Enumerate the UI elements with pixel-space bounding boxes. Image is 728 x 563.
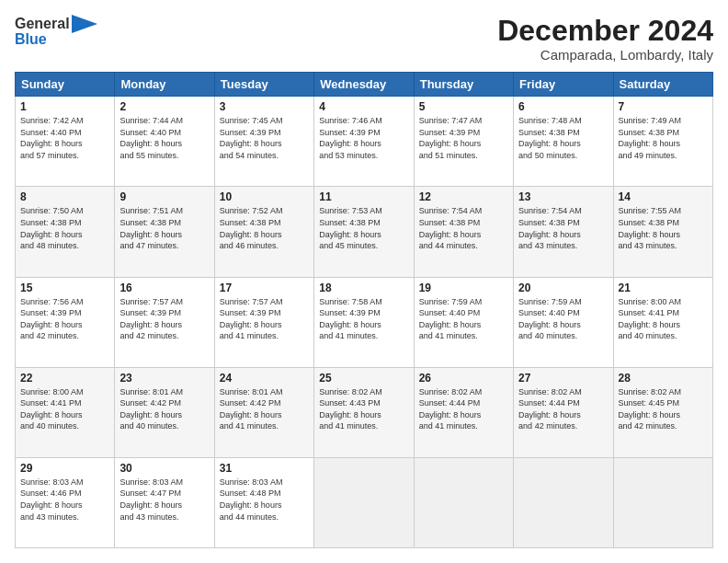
table-row: 31Sunrise: 8:03 AMSunset: 4:48 PMDayligh… [214,457,313,547]
table-row [314,457,414,547]
table-row: 6Sunrise: 7:48 AMSunset: 4:38 PMDaylight… [514,97,613,187]
col-monday: Monday [115,73,214,97]
table-row: 1Sunrise: 7:42 AMSunset: 4:40 PMDaylight… [16,97,115,187]
table-row: 3Sunrise: 7:45 AMSunset: 4:39 PMDaylight… [214,97,313,187]
day-info: Sunrise: 7:58 AMSunset: 4:39 PMDaylight:… [319,296,408,342]
table-row: 26Sunrise: 8:02 AMSunset: 4:44 PMDayligh… [414,367,513,457]
day-info: Sunrise: 8:02 AMSunset: 4:45 PMDaylight:… [619,386,708,432]
logo-flag-icon [72,15,97,33]
calendar-table: Sunday Monday Tuesday Wednesday Thursday… [15,72,713,548]
table-row: 27Sunrise: 8:02 AMSunset: 4:44 PMDayligh… [514,367,613,457]
day-info: Sunrise: 7:57 AMSunset: 4:39 PMDaylight:… [119,296,209,342]
day-number: 29 [20,462,109,475]
table-row: 4Sunrise: 7:46 AMSunset: 4:39 PMDaylight… [314,97,414,187]
day-number: 10 [220,190,309,203]
table-row: 30Sunrise: 8:03 AMSunset: 4:47 PMDayligh… [115,457,214,547]
day-number: 6 [518,100,608,113]
day-number: 18 [319,282,408,294]
day-number: 28 [619,372,708,385]
table-row: 20Sunrise: 7:59 AMSunset: 4:40 PMDayligh… [514,277,613,367]
day-info: Sunrise: 7:49 AMSunset: 4:38 PMDaylight:… [619,115,708,161]
table-row: 7Sunrise: 7:49 AMSunset: 4:38 PMDaylight… [613,97,712,187]
logo-blue: Blue [15,31,47,48]
day-info: Sunrise: 7:51 AMSunset: 4:38 PMDaylight:… [119,205,209,251]
day-number: 14 [619,190,708,203]
table-row [514,457,613,547]
col-saturday: Saturday [613,73,712,97]
table-row: 21Sunrise: 8:00 AMSunset: 4:41 PMDayligh… [613,277,712,367]
day-info: Sunrise: 7:52 AMSunset: 4:38 PMDaylight:… [220,205,309,251]
col-wednesday: Wednesday [314,73,414,97]
table-row [613,457,712,547]
table-row: 22Sunrise: 8:00 AMSunset: 4:41 PMDayligh… [16,367,115,457]
calendar-week-row: 15Sunrise: 7:56 AMSunset: 4:39 PMDayligh… [16,277,713,367]
table-row: 19Sunrise: 7:59 AMSunset: 4:40 PMDayligh… [414,277,513,367]
month-title: December 2024 [497,15,713,47]
col-friday: Friday [514,73,613,97]
day-info: Sunrise: 8:03 AMSunset: 4:47 PMDaylight:… [119,477,209,523]
day-number: 17 [220,282,309,294]
logo-general: General [15,16,70,32]
table-row: 14Sunrise: 7:55 AMSunset: 4:38 PMDayligh… [613,187,712,277]
table-row: 25Sunrise: 8:02 AMSunset: 4:43 PMDayligh… [314,367,414,457]
day-info: Sunrise: 7:56 AMSunset: 4:39 PMDaylight:… [20,296,109,342]
day-info: Sunrise: 7:59 AMSunset: 4:40 PMDaylight:… [518,296,608,342]
day-number: 7 [619,100,708,113]
day-info: Sunrise: 7:55 AMSunset: 4:38 PMDaylight:… [619,205,708,251]
day-info: Sunrise: 8:03 AMSunset: 4:48 PMDaylight:… [220,477,309,523]
day-info: Sunrise: 7:53 AMSunset: 4:38 PMDaylight:… [319,205,408,251]
day-number: 24 [220,372,309,385]
day-number: 4 [319,100,408,113]
table-row: 24Sunrise: 8:01 AMSunset: 4:42 PMDayligh… [214,367,313,457]
day-number: 2 [119,100,209,113]
day-info: Sunrise: 8:03 AMSunset: 4:46 PMDaylight:… [20,477,109,523]
location-title: Camparada, Lombardy, Italy [497,47,713,63]
day-number: 8 [20,190,109,203]
day-number: 25 [319,372,408,385]
col-sunday: Sunday [16,73,115,97]
day-info: Sunrise: 7:44 AMSunset: 4:40 PMDaylight:… [119,115,209,161]
day-info: Sunrise: 8:02 AMSunset: 4:43 PMDaylight:… [319,386,408,432]
day-number: 22 [20,372,109,385]
day-number: 12 [419,190,508,203]
table-row: 23Sunrise: 8:01 AMSunset: 4:42 PMDayligh… [115,367,214,457]
calendar-week-row: 29Sunrise: 8:03 AMSunset: 4:46 PMDayligh… [16,457,713,547]
day-info: Sunrise: 8:00 AMSunset: 4:41 PMDaylight:… [619,296,708,342]
calendar-header-row: Sunday Monday Tuesday Wednesday Thursday… [16,73,713,97]
day-info: Sunrise: 7:45 AMSunset: 4:39 PMDaylight:… [220,115,309,161]
calendar-week-row: 1Sunrise: 7:42 AMSunset: 4:40 PMDaylight… [16,97,713,187]
table-row: 18Sunrise: 7:58 AMSunset: 4:39 PMDayligh… [314,277,414,367]
day-info: Sunrise: 7:42 AMSunset: 4:40 PMDaylight:… [20,115,109,161]
table-row: 17Sunrise: 7:57 AMSunset: 4:39 PMDayligh… [214,277,313,367]
day-info: Sunrise: 8:00 AMSunset: 4:41 PMDaylight:… [20,386,109,432]
day-info: Sunrise: 7:46 AMSunset: 4:39 PMDaylight:… [319,115,408,161]
page: General Blue December 2024 Camparada, Lo… [0,0,728,563]
day-info: Sunrise: 7:59 AMSunset: 4:40 PMDaylight:… [419,296,508,342]
svg-marker-0 [72,15,97,33]
day-number: 15 [20,282,109,294]
table-row: 29Sunrise: 8:03 AMSunset: 4:46 PMDayligh… [16,457,115,547]
day-number: 21 [619,282,708,294]
day-info: Sunrise: 7:54 AMSunset: 4:38 PMDaylight:… [419,205,508,251]
day-info: Sunrise: 7:50 AMSunset: 4:38 PMDaylight:… [20,205,109,251]
header: General Blue December 2024 Camparada, Lo… [15,15,713,63]
day-number: 13 [518,190,608,203]
table-row: 5Sunrise: 7:47 AMSunset: 4:39 PMDaylight… [414,97,513,187]
table-row: 12Sunrise: 7:54 AMSunset: 4:38 PMDayligh… [414,187,513,277]
table-row: 28Sunrise: 8:02 AMSunset: 4:45 PMDayligh… [613,367,712,457]
logo: General Blue [15,15,97,48]
day-number: 19 [419,282,508,294]
col-tuesday: Tuesday [214,73,313,97]
table-row: 16Sunrise: 7:57 AMSunset: 4:39 PMDayligh… [115,277,214,367]
day-number: 23 [119,372,209,385]
day-info: Sunrise: 8:02 AMSunset: 4:44 PMDaylight:… [419,386,508,432]
title-block: December 2024 Camparada, Lombardy, Italy [497,15,713,63]
day-number: 27 [518,372,608,385]
table-row: 9Sunrise: 7:51 AMSunset: 4:38 PMDaylight… [115,187,214,277]
day-number: 3 [220,100,309,113]
day-number: 30 [119,462,209,475]
day-info: Sunrise: 7:48 AMSunset: 4:38 PMDaylight:… [518,115,608,161]
day-info: Sunrise: 8:01 AMSunset: 4:42 PMDaylight:… [220,386,309,432]
table-row: 2Sunrise: 7:44 AMSunset: 4:40 PMDaylight… [115,97,214,187]
table-row [414,457,513,547]
